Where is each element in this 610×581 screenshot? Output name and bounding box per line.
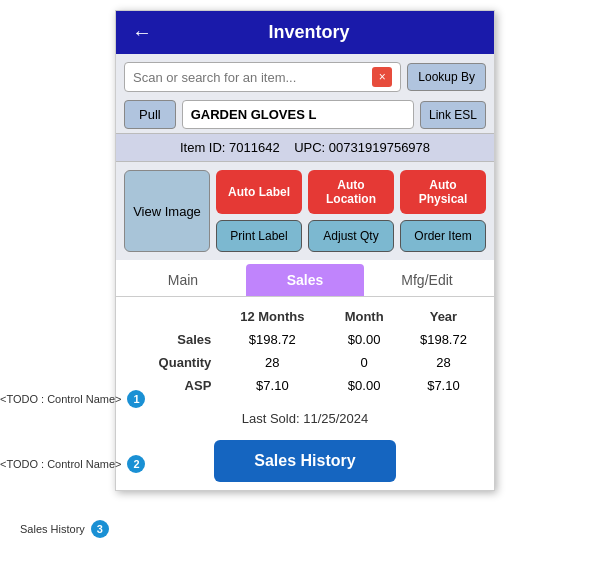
qty-month: 0 — [327, 351, 401, 374]
auto-physical-button[interactable]: Auto Physical — [400, 170, 486, 214]
order-item-button[interactable]: Order Item — [400, 220, 486, 252]
pull-button[interactable]: Pull — [124, 100, 176, 129]
page-title: Inventory — [164, 22, 454, 43]
action-grid: View Image Auto Label Auto Location Auto… — [116, 162, 494, 260]
header: ← Inventory — [116, 11, 494, 54]
sales-history-row: Sales History — [116, 432, 494, 490]
sales-history-button[interactable]: Sales History — [214, 440, 395, 482]
search-input-wrap: × — [124, 62, 401, 92]
pull-row: Pull Link ESL — [116, 96, 494, 133]
sales-year: $198.72 — [401, 328, 486, 351]
asp-year: $7.10 — [401, 374, 486, 397]
last-sold-row: Last Sold: 11/25/2024 — [116, 405, 494, 432]
asp-month: $0.00 — [327, 374, 401, 397]
item-id-label: Item ID: — [180, 140, 226, 155]
auto-label-button[interactable]: Auto Label — [216, 170, 302, 214]
item-id-value: 7011642 — [229, 140, 280, 155]
table-row: Quantity 28 0 28 — [124, 351, 486, 374]
tab-sales[interactable]: Sales — [246, 264, 364, 296]
print-label-button[interactable]: Print Label — [216, 220, 302, 252]
qty-year: 28 — [401, 351, 486, 374]
annotation-3-badge: 3 — [91, 520, 109, 538]
upc-value: 00731919756978 — [329, 140, 430, 155]
sales-month: $0.00 — [327, 328, 401, 351]
row-label-sales: Sales — [124, 328, 217, 351]
col-header-month: Month — [327, 305, 401, 328]
qty-12mo: 28 — [217, 351, 327, 374]
col-header-12months: 12 Months — [217, 305, 327, 328]
back-button[interactable]: ← — [132, 21, 152, 44]
annotation-3-label: Sales History — [20, 523, 85, 535]
tab-mfg-edit[interactable]: Mfg/Edit — [368, 264, 486, 296]
row-label-qty: Quantity — [124, 351, 217, 374]
last-sold-text: Last Sold: 11/25/2024 — [242, 411, 369, 426]
search-input[interactable] — [133, 70, 372, 85]
tabs-row: Main Sales Mfg/Edit — [116, 260, 494, 297]
lookup-by-button[interactable]: Lookup By — [407, 63, 486, 91]
link-esl-button[interactable]: Link ESL — [420, 101, 486, 129]
view-image-button[interactable]: View Image — [124, 170, 210, 252]
adjust-qty-button[interactable]: Adjust Qty — [308, 220, 394, 252]
col-header-year: Year — [401, 305, 486, 328]
clear-button[interactable]: × — [372, 67, 392, 87]
upc-label: UPC: — [294, 140, 325, 155]
item-name-input[interactable] — [182, 100, 414, 129]
asp-12mo: $7.10 — [217, 374, 327, 397]
table-row: ASP $7.10 $0.00 $7.10 — [124, 374, 486, 397]
row-label-asp: ASP — [124, 374, 217, 397]
annotation-2-label: <TODO : Control Name> — [0, 458, 121, 470]
tab-main[interactable]: Main — [124, 264, 242, 296]
table-row: Sales $198.72 $0.00 $198.72 — [124, 328, 486, 351]
search-row: × Lookup By — [116, 54, 494, 96]
sales-data-table: 12 Months Month Year Sales $198.72 $0.00… — [116, 297, 494, 405]
app-panel: ← Inventory × Lookup By Pull Link ESL It… — [115, 10, 495, 491]
item-id-row: Item ID: 7011642 UPC: 00731919756978 — [116, 133, 494, 162]
annotation-1-label: <TODO : Control Name> — [0, 393, 121, 405]
col-header-empty — [124, 305, 217, 328]
auto-location-button[interactable]: Auto Location — [308, 170, 394, 214]
sales-12mo: $198.72 — [217, 328, 327, 351]
